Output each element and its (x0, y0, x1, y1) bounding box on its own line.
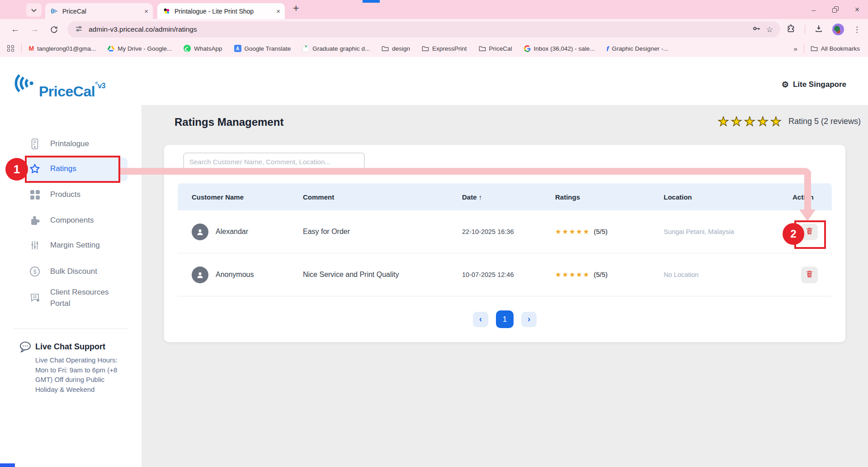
pricecal-logo-mark (14, 72, 36, 94)
next-page-button[interactable]: › (521, 312, 537, 327)
browser-window: PriceCal × Printalogue - Lite Print Shop… (0, 0, 868, 467)
browser-menu-icon[interactable]: ⋮ (853, 25, 861, 34)
sidebar-item-components[interactable]: Components (0, 209, 142, 232)
site-settings-icon[interactable] (75, 24, 83, 35)
date: 22-10-2025 16:36 (462, 228, 555, 235)
bookmark-whatsapp[interactable]: WhatsApp (184, 45, 222, 52)
folder-icon (422, 45, 429, 52)
summary-stars-icon: ★★★★★ (717, 114, 783, 129)
chat-bubble-icon (19, 341, 33, 355)
password-key-icon[interactable] (752, 24, 761, 35)
sidebar-item-products[interactable]: Products (0, 183, 142, 206)
page-title: Ratings Management (175, 116, 283, 129)
bookmarks-overflow-button[interactable]: » (793, 45, 797, 52)
location: No Location (664, 271, 786, 278)
back-button[interactable]: ← (11, 24, 19, 34)
row-stars-icon: ★★★★★ (555, 271, 590, 278)
extensions-icon[interactable] (787, 24, 796, 35)
close-tab-icon[interactable]: × (144, 7, 148, 15)
bookmark-translate[interactable]: A Google Translate (234, 45, 291, 52)
bookmark-graphic-designer[interactable]: f Graphic Designer -... (607, 45, 669, 52)
apps-grid-icon[interactable] (7, 45, 14, 52)
delete-button[interactable] (801, 267, 818, 283)
quote-icon: ” (302, 45, 309, 52)
live-chat-support-hours: Live Chat Operating Hours: Mon to Fri: 9… (35, 355, 125, 394)
browser-toolbar: ← → admin-v3.pricecal.co/admin/ratings ☆ (0, 19, 868, 40)
annotation-arrow-vertical (804, 171, 811, 210)
address-bar[interactable]: admin-v3.pricecal.co/admin/ratings ☆ (67, 21, 780, 38)
tab-search-button[interactable] (26, 3, 42, 17)
sidebar-item-client-resources[interactable]: Client Resources Portal (0, 281, 142, 314)
gear-icon: ⚙ (782, 80, 789, 90)
document-chat-icon (28, 292, 41, 303)
close-tab-icon[interactable]: × (276, 7, 280, 15)
close-window-button[interactable]: × (846, 0, 868, 19)
bookmark-drive[interactable]: My Drive - Google... (108, 45, 172, 52)
folder-icon (382, 45, 389, 52)
url-text[interactable]: admin-v3.pricecal.co/admin/ratings (89, 25, 197, 33)
web-page: PriceCal®v3 Printalogue Ratings Products… (0, 57, 868, 467)
sidebar-item-bulk-discount[interactable]: $ Bulk Discount (0, 260, 142, 283)
live-chat-support-title: Live Chat Support (35, 342, 105, 352)
dollar-circle-icon: $ (28, 266, 41, 277)
sliders-icon (28, 240, 41, 251)
forward-button[interactable]: → (30, 24, 39, 34)
col-date[interactable]: Date ↑ (462, 193, 555, 201)
bookmark-folder-design[interactable]: design (382, 45, 410, 52)
new-tab-button[interactable]: + (293, 2, 299, 14)
ratings-table: Customer Name Comment Date ↑ Ratings Loc… (178, 183, 832, 296)
download-icon[interactable] (814, 24, 823, 35)
sidebar-item-margin-setting[interactable]: Margin Setting (0, 234, 142, 257)
svg-text:$: $ (33, 268, 37, 275)
all-bookmarks-button[interactable]: All Bookmarks (811, 45, 860, 52)
restore-icon (832, 6, 839, 13)
indeed-icon: f (607, 45, 609, 52)
reload-button[interactable] (50, 25, 58, 34)
col-ratings: Ratings (555, 193, 664, 201)
folder-icon (479, 45, 486, 52)
region-selector[interactable]: ⚙ Lite Singapore (782, 80, 846, 90)
bookmark-inbox[interactable]: Inbox (36,042) - sale... (524, 45, 595, 52)
table-row: Alexandar Easy for Order 22-10-2025 16:3… (178, 210, 832, 253)
logo-text: PriceCal®v3 (39, 72, 105, 102)
toolbar-separator (805, 25, 805, 34)
rating-summary: ★★★★★ Rating 5 (2 reviews) (717, 114, 861, 129)
pricecal-favicon (51, 7, 58, 15)
bookmark-graduate[interactable]: ” Graduate graphic d... (302, 45, 370, 52)
bookmark-folder-pricecal[interactable]: PriceCal (479, 45, 512, 52)
tab-bar: PriceCal × Printalogue - Lite Print Shop… (0, 0, 868, 19)
tab-pricecal[interactable]: PriceCal × (45, 3, 153, 19)
table-row: Anonymous Nice Service and Print Quality… (178, 253, 832, 296)
comment: Easy for Order (303, 228, 462, 236)
bookmark-folder-expressprint[interactable]: ExpressPrint (422, 45, 467, 52)
avatar (192, 267, 208, 283)
comment: Nice Service and Print Quality (303, 271, 462, 279)
pricecal-logo[interactable]: PriceCal®v3 (14, 72, 105, 102)
row-stars-icon: ★★★★★ (555, 228, 590, 235)
profile-avatar[interactable] (832, 24, 844, 35)
bookmarks-bar: M tanglerong01@gma... My Drive - Google.… (0, 40, 868, 57)
minimize-button[interactable]: – (803, 0, 825, 19)
toolbar-actions: ⋮ (787, 24, 868, 35)
drive-icon (108, 45, 114, 52)
prev-page-button[interactable]: ‹ (473, 312, 488, 327)
sidebar-item-printalogue[interactable]: Printalogue (0, 132, 142, 156)
bookmark-star-icon[interactable]: ☆ (766, 25, 773, 34)
annotation-box-ratings (25, 156, 120, 183)
bookmark-gmail[interactable]: M tanglerong01@gma... (29, 45, 96, 52)
bookmarks-right: » All Bookmarks (793, 44, 868, 53)
date: 10-07-2025 12:46 (462, 271, 555, 278)
folder-icon (811, 45, 818, 52)
current-page-button[interactable]: 1 (496, 310, 514, 328)
tab-printalogue[interactable]: Printalogue - Lite Print Shop × (157, 3, 285, 19)
chevron-down-icon (31, 6, 37, 14)
table-header: Customer Name Comment Date ↑ Ratings Loc… (178, 183, 832, 210)
puzzle-icon (28, 215, 41, 226)
restore-button[interactable] (825, 0, 846, 19)
location: Sungai Petani, Malaysia (664, 228, 786, 235)
summary-text: Rating 5 (2 reviews) (788, 117, 861, 126)
google-g-icon (524, 45, 531, 52)
annotation-arrowhead (799, 210, 816, 221)
tab-title: PriceCal (62, 8, 140, 15)
col-customer-name: Customer Name (178, 193, 303, 201)
